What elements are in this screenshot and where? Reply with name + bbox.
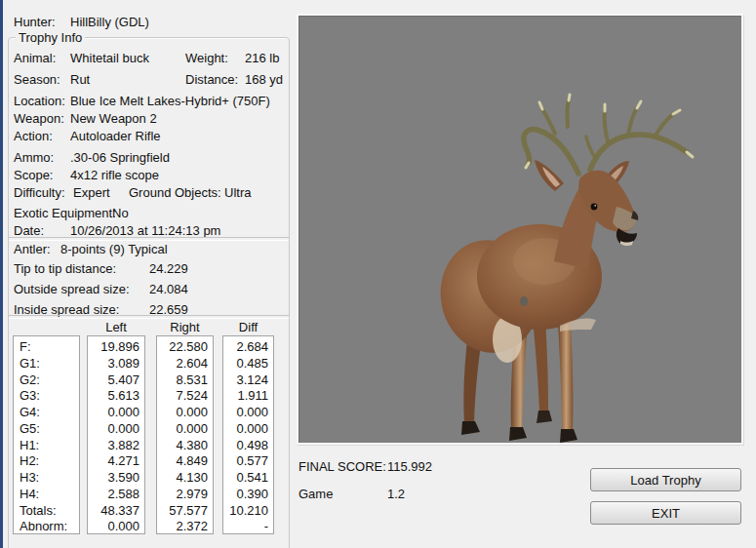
column-header-right: Right [156,320,214,334]
left-value: 2.588 [94,487,139,503]
ground-objects-label: Ground Objects: [129,185,221,200]
right-value: 8.531 [163,372,208,389]
outside-spread-label: Outside spread size: [14,282,130,296]
scope-value: 4x12 rifle scope [70,168,159,182]
column-header-left: Left [87,320,145,334]
left-value: 5.613 [94,388,139,405]
row-label: G5: [20,421,74,438]
row-label: H2: [20,453,74,470]
action-value: Autoloader Rifle [70,129,161,143]
row-label: G4: [20,405,74,421]
hunter-value: HillBilly (GDL) [70,15,149,29]
diff-value: 0.577 [229,453,268,470]
diff-value: 0.498 [229,438,268,454]
hunter-label: Hunter: [14,15,56,29]
measurement-labels-box: F: G1: G2: G3: G4: G5: H1: H2: H3: H4: T… [13,335,80,534]
antler-summary-label: Antler: [14,242,51,256]
trophy-info-title: Trophy Info [16,30,85,45]
column-header-diff: Diff [222,320,274,334]
distance-label: Distance: [185,72,238,87]
diff-value: 10.210 [229,503,268,520]
left-value: 4.271 [94,453,139,470]
ground-objects-value: Ultra [224,185,251,200]
left-value: 3.590 [94,470,139,487]
diff-value: - [229,519,268,535]
right-value: 4.380 [163,438,208,454]
separator [9,237,289,241]
season-value: Rut [70,72,90,87]
right-value: 0.000 [163,421,208,438]
action-label: Action: [14,129,53,143]
left-value: 0.000 [94,405,139,421]
location-label: Location: [14,94,65,108]
weapon-value: New Weapon 2 [70,111,157,126]
ammo-value: .30-06 Springfield [70,150,170,165]
diff-values-box: 2.684 0.485 3.124 1.911 0.000 0.000 0.49… [222,335,274,534]
right-value: 2.372 [163,519,208,535]
game-version-value: 1.2 [387,487,405,501]
antlers [524,95,693,174]
row-label: G1: [20,356,74,372]
diff-value: 0.390 [229,487,268,503]
diff-value: 2.684 [229,339,268,356]
left-value: 3.089 [94,356,139,372]
diff-value: 0.541 [229,470,268,487]
row-label: F: [20,339,74,356]
antler-summary-value: 8-points (9) Typical [60,242,168,256]
exit-button[interactable]: EXIT [590,501,741,525]
separator [9,315,289,319]
weight-value: 216 lb [245,51,279,65]
right-value: 4.130 [163,470,208,487]
ammo-label: Ammo: [14,150,54,165]
animal-label: Animal: [14,51,56,65]
right-values-box: 22.580 2.604 8.531 7.524 0.000 0.000 4.3… [156,335,214,534]
right-value: 22.580 [163,339,208,356]
row-label: H4: [20,487,74,503]
right-value: 7.524 [163,388,208,405]
right-value: 2.979 [163,487,208,503]
outside-spread-value: 24.084 [149,282,188,296]
row-label: G2: [20,372,74,389]
left-values-box: 19.896 3.089 5.407 5.613 0.000 0.000 3.8… [87,335,145,534]
tip-to-tip-value: 24.229 [149,261,188,276]
tip-to-tip-label: Tip to tip distance: [14,261,116,276]
final-score-label: FINAL SCORE: [298,459,386,474]
left-value: 3.882 [94,438,139,454]
window-frame-edge [0,0,3,548]
diff-value: 3.124 [229,372,268,389]
animal-value: Whitetail buck [70,51,149,65]
season-label: Season: [14,72,60,87]
right-value: 57.577 [163,503,208,520]
game-version-label: Game [298,487,333,501]
date-value: 10/26/2013 at 11:24:13 pm [70,223,220,238]
right-value: 0.000 [163,405,208,421]
left-value: 5.407 [94,372,139,389]
row-label: G3: [20,388,74,405]
diff-value: 0.000 [229,421,268,438]
scope-label: Scope: [14,168,53,182]
diff-value: 1.911 [229,388,268,405]
trophy-3d-viewer[interactable] [297,14,743,445]
weapon-label: Weapon: [14,111,64,126]
weight-label: Weight: [185,51,228,65]
row-label: H3: [20,470,74,487]
left-value: 48.337 [94,503,139,520]
load-trophy-button[interactable]: Load Trophy [590,468,741,491]
diff-value: 0.485 [229,356,268,372]
row-label: H1: [20,438,74,454]
date-label: Date: [14,223,44,238]
location-value: Blue Ice Melt Lakes-Hybrid+ (750F) [70,94,270,108]
difficulty-value: Expert [73,185,110,200]
row-label: Totals: [20,503,74,520]
row-label: Abnorm: [20,519,74,535]
deer-body [430,182,604,363]
left-value: 19.896 [94,339,139,356]
right-value: 4.849 [163,453,208,470]
left-value: 0.000 [94,421,139,438]
difficulty-label: Difficulty: [14,185,65,200]
exotic-equipment-label: Exotic Equipment: [14,206,116,220]
final-score-value: 115.992 [387,459,432,474]
trophy-window: Hunter: HillBilly (GDL) Trophy Info Anim… [0,0,756,548]
left-value: 0.000 [94,519,139,535]
right-value: 2.604 [163,356,208,372]
